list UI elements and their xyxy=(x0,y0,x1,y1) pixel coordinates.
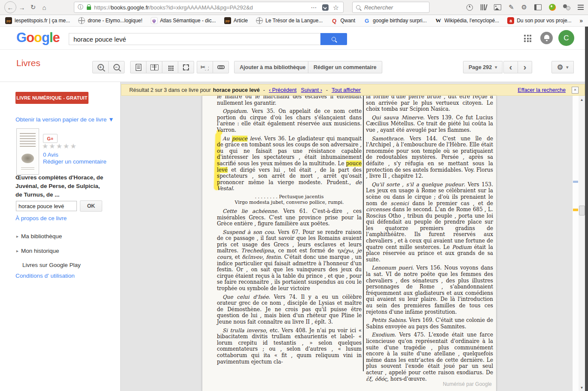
library-icon[interactable] xyxy=(480,4,487,10)
book-cover-thumbnail[interactable] xyxy=(16,128,39,175)
bookmark-label: lespetitspois.fr | ça me... xyxy=(15,18,70,24)
chevron-left-icon: ‹ xyxy=(509,62,512,73)
view-mode-group xyxy=(130,61,194,73)
reda-favicon: a xyxy=(507,17,514,24)
history-clock-icon[interactable] xyxy=(466,4,473,11)
free-ebook-button[interactable]: LIVRE NUMÉRIQUE - GRATUIT xyxy=(15,92,88,104)
thumbnail-view-button[interactable] xyxy=(162,61,178,73)
site-info-icon[interactable]: ⓘ xyxy=(78,3,83,11)
search-in-book-input[interactable] xyxy=(16,201,77,211)
book-title: Œuvres complètes d'Horace, de Juvénal, d… xyxy=(15,173,107,199)
results-text: Résultat 2 sur 3 dans ce livre pour xyxy=(129,87,211,93)
column-divider xyxy=(363,96,364,371)
window-edge xyxy=(585,27,588,391)
scroll-down-icon[interactable]: ▼ xyxy=(579,386,585,390)
bookmark-label: Qwant xyxy=(340,18,355,24)
notifications-bell-icon[interactable] xyxy=(540,32,553,44)
viewer-settings-button[interactable]: ⚙▾ xyxy=(551,61,574,73)
home-button[interactable]: ⌂ xyxy=(39,2,50,13)
atlas-favicon: ψ xyxy=(151,17,158,24)
bookmark-item[interactable]: Ggoogle birthday surpri... xyxy=(363,17,427,24)
search-ok-button[interactable]: OK xyxy=(80,200,102,212)
prev-next-group: ‹ › xyxy=(503,61,532,73)
bookmark-item[interactable]: pplespetitspois.fr | ça me... xyxy=(5,17,70,24)
book-paragraph: Qui sauva Minerve. Vers 139. Ce fut Luci… xyxy=(366,115,493,133)
google-logo[interactable]: Google xyxy=(16,30,60,45)
next-page-button[interactable]: › xyxy=(518,61,532,73)
link-button[interactable] xyxy=(213,61,229,73)
gear-icon: ⚙ xyxy=(557,63,563,71)
google-apps-grid-icon[interactable] xyxy=(524,35,531,42)
settings-gear-icon[interactable]: ⚙ xyxy=(521,3,527,11)
url-bar[interactable]: ⓘ https://books.google.fr/books?id=xkrgA… xyxy=(74,2,344,13)
search-button[interactable] xyxy=(320,33,347,45)
sidebar-item-play-books[interactable]: Livres sur Google Play xyxy=(22,262,81,268)
scroll-up-icon[interactable]: ▲ xyxy=(579,98,585,102)
gplus-share-button[interactable]: G+ xyxy=(43,134,58,143)
close-icon[interactable]: × xyxy=(572,87,579,94)
browser-search-field[interactable]: Rechercher xyxy=(352,2,430,13)
bookmark-item[interactable]: WWikipédia, l'encyclopé... xyxy=(435,17,500,24)
bookmark-label: google birthday surpri... xyxy=(373,18,427,24)
write-review-link[interactable]: Rédiger un commentaire xyxy=(43,158,107,165)
sidebar-item-my-library[interactable]: ▸Ma bibliothèque xyxy=(16,233,62,239)
fullscreen-button[interactable] xyxy=(178,61,194,73)
browser-search-placeholder: Rechercher xyxy=(364,4,393,11)
triangle-right-icon: ▸ xyxy=(16,249,18,253)
back-icon: ← xyxy=(7,4,14,11)
bookmarks-overflow-chevron-icon[interactable]: » xyxy=(579,17,583,24)
clip-button[interactable] xyxy=(197,61,213,73)
search-icon xyxy=(356,5,360,9)
single-page-view-button[interactable] xyxy=(130,61,146,73)
previous-page-button[interactable]: ‹ xyxy=(503,61,518,73)
account-avatar[interactable]: C xyxy=(558,30,574,46)
bookmark-item[interactable]: Le Trésor de la Langue... xyxy=(256,17,323,24)
terms-of-use-link[interactable]: Conditions d' utilisation xyxy=(15,273,75,279)
back-button[interactable]: ← xyxy=(4,1,16,13)
about-this-book-link[interactable]: À propos de ce livre xyxy=(15,215,67,221)
write-review-button[interactable]: Rédiger un commentaire xyxy=(308,61,382,73)
reload-icon: ↻ xyxy=(30,3,36,11)
scrollbar-thumb[interactable] xyxy=(579,206,585,215)
accounts-extension-icon[interactable] xyxy=(563,4,570,10)
bookmark-item[interactable]: drone - Etymo...logique! xyxy=(78,17,142,24)
next-result-link[interactable]: Suivant › xyxy=(301,87,322,93)
clear-search-link[interactable]: Effacer la recherche xyxy=(518,87,566,93)
pocket-icon[interactable] xyxy=(322,4,329,11)
page-nav-group: Page 292▾ xyxy=(463,61,503,73)
url-path: /books?id=xkrgAAAAMAAJ&pg=PA292&d xyxy=(149,4,253,11)
bookmark-star-icon[interactable]: ☆ xyxy=(333,3,339,12)
books-search-input[interactable] xyxy=(69,33,320,45)
section-title[interactable]: Livres xyxy=(16,58,40,68)
book-viewer: Résultat 2 sur 3 dans ce livre pour hora… xyxy=(121,82,585,391)
reload-button[interactable]: ↻ xyxy=(27,2,39,13)
two-page-view-button[interactable] xyxy=(146,61,162,73)
page-actions-icon[interactable]: ⋯ xyxy=(311,4,317,11)
hamburger-menu-icon[interactable] xyxy=(578,5,584,10)
zoom-in-button[interactable]: + xyxy=(92,61,109,73)
https-lock-icon xyxy=(87,6,91,10)
sidebar-panels-icon[interactable] xyxy=(534,4,542,10)
globe-favicon xyxy=(256,17,263,24)
settings-group: ⚙▾ xyxy=(551,61,574,73)
zoom-out-button[interactable]: − xyxy=(108,61,125,73)
previous-result-link[interactable]: ‹ Précédent xyxy=(269,87,297,93)
vertical-scrollbar[interactable]: ▲ ▼ xyxy=(579,96,585,391)
bookmark-item[interactable]: ψAtlas Sémantique - dic... xyxy=(151,17,216,24)
sidebar-item-my-history[interactable]: ▸Mon historique xyxy=(16,248,59,254)
page-select-dropdown[interactable]: Page 292▾ xyxy=(463,61,503,73)
reviews-count-link[interactable]: 0 Avis xyxy=(43,152,58,158)
search-results-bar: Résultat 2 sur 3 dans ce livre pour hora… xyxy=(121,84,585,96)
bookmark-item[interactable]: ppArticle xyxy=(224,17,248,24)
scanned-book-page: le maitre ou le marchand des esclaves il… xyxy=(202,96,497,391)
bookmark-item[interactable]: QQwant xyxy=(331,17,355,24)
globe-extension-icon[interactable] xyxy=(549,4,556,11)
bookmark-item[interactable]: aDu son pour vos proje... xyxy=(507,17,571,24)
get-print-version-link[interactable]: Obtenir la version papier de ce livre ▼ xyxy=(15,116,114,123)
forward-button[interactable]: → xyxy=(16,2,27,13)
pen-icon[interactable]: ✎ xyxy=(509,3,514,11)
screenshot-icon[interactable] xyxy=(494,4,501,10)
scissors-icon xyxy=(201,64,209,71)
add-to-library-button[interactable]: Ajouter à ma bibliothèque xyxy=(234,61,311,73)
show-all-results-link[interactable]: Tout afficher xyxy=(332,87,361,93)
